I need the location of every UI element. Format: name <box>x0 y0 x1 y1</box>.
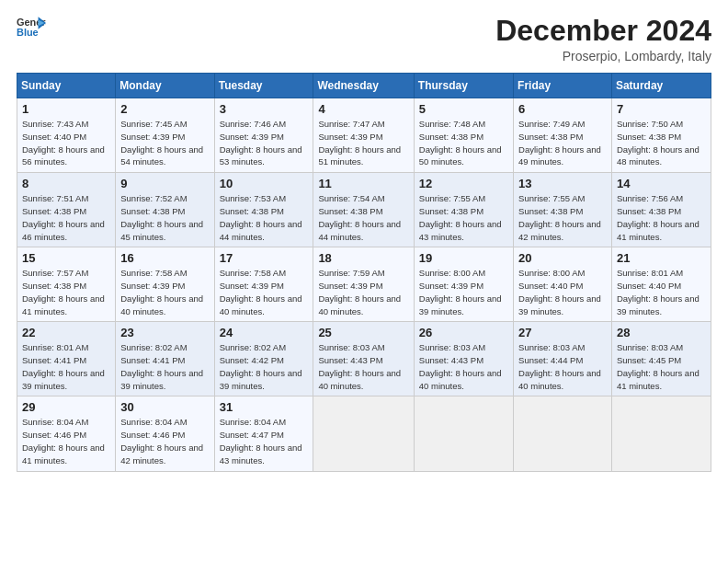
week-row-5: 29Sunrise: 8:04 AMSunset: 4:46 PMDayligh… <box>17 396 711 471</box>
day-info: Sunrise: 8:04 AMSunset: 4:46 PMDaylight:… <box>22 416 110 466</box>
day-info: Sunrise: 7:58 AMSunset: 4:39 PMDaylight:… <box>120 267 209 317</box>
day-cell-31: 31Sunrise: 8:04 AMSunset: 4:47 PMDayligh… <box>214 396 313 471</box>
day-number: 17 <box>220 251 309 265</box>
day-number: 15 <box>22 251 110 265</box>
day-cell-1: 1Sunrise: 7:43 AMSunset: 4:40 PMDaylight… <box>17 98 116 173</box>
day-cell-7: 7Sunrise: 7:50 AMSunset: 4:38 PMDaylight… <box>611 98 711 173</box>
day-cell-17: 17Sunrise: 7:58 AMSunset: 4:39 PMDayligh… <box>214 247 313 322</box>
day-number: 26 <box>419 326 508 339</box>
day-info: Sunrise: 7:54 AMSunset: 4:38 PMDaylight:… <box>318 192 408 243</box>
weekday-header-wednesday: Wednesday <box>313 74 414 98</box>
day-cell-11: 11Sunrise: 7:54 AMSunset: 4:38 PMDayligh… <box>313 173 414 247</box>
day-number: 24 <box>220 326 309 339</box>
day-info: Sunrise: 7:55 AMSunset: 4:38 PMDaylight:… <box>419 192 508 243</box>
day-cell-2: 2Sunrise: 7:45 AMSunset: 4:39 PMDaylight… <box>116 98 214 173</box>
week-row-3: 15Sunrise: 7:57 AMSunset: 4:38 PMDayligh… <box>17 247 711 322</box>
day-cell-25: 25Sunrise: 8:03 AMSunset: 4:43 PMDayligh… <box>313 322 414 396</box>
day-number: 13 <box>518 177 607 190</box>
weekday-header-thursday: Thursday <box>414 74 513 98</box>
day-cell-30: 30Sunrise: 8:04 AMSunset: 4:46 PMDayligh… <box>116 396 214 471</box>
day-info: Sunrise: 7:45 AMSunset: 4:39 PMDaylight:… <box>120 118 209 168</box>
title-block: December 2024 Proserpio, Lombardy, Italy <box>495 15 711 63</box>
weekday-header-monday: Monday <box>116 74 214 98</box>
day-number: 12 <box>419 177 508 190</box>
day-info: Sunrise: 7:59 AMSunset: 4:39 PMDaylight:… <box>318 267 408 317</box>
day-number: 5 <box>419 102 508 116</box>
day-number: 6 <box>518 102 607 116</box>
day-info: Sunrise: 7:56 AMSunset: 4:38 PMDaylight:… <box>617 192 706 243</box>
day-info: Sunrise: 7:58 AMSunset: 4:39 PMDaylight:… <box>220 267 309 317</box>
day-cell-15: 15Sunrise: 7:57 AMSunset: 4:38 PMDayligh… <box>17 247 116 322</box>
day-info: Sunrise: 7:57 AMSunset: 4:38 PMDaylight:… <box>22 267 110 317</box>
day-cell-18: 18Sunrise: 7:59 AMSunset: 4:39 PMDayligh… <box>313 247 414 322</box>
day-info: Sunrise: 7:43 AMSunset: 4:40 PMDaylight:… <box>22 118 110 168</box>
weekday-header-friday: Friday <box>514 74 612 98</box>
day-cell-8: 8Sunrise: 7:51 AMSunset: 4:38 PMDaylight… <box>17 173 116 247</box>
empty-cell <box>611 396 711 471</box>
day-info: Sunrise: 8:02 AMSunset: 4:41 PMDaylight:… <box>120 341 209 392</box>
day-info: Sunrise: 8:02 AMSunset: 4:42 PMDaylight:… <box>220 341 309 392</box>
day-number: 18 <box>318 251 408 265</box>
day-cell-19: 19Sunrise: 8:00 AMSunset: 4:39 PMDayligh… <box>414 247 513 322</box>
day-cell-3: 3Sunrise: 7:46 AMSunset: 4:39 PMDaylight… <box>214 98 313 173</box>
day-cell-22: 22Sunrise: 8:01 AMSunset: 4:41 PMDayligh… <box>17 322 116 396</box>
day-cell-4: 4Sunrise: 7:47 AMSunset: 4:39 PMDaylight… <box>313 98 414 173</box>
day-info: Sunrise: 8:00 AMSunset: 4:39 PMDaylight:… <box>419 267 508 317</box>
day-info: Sunrise: 8:01 AMSunset: 4:41 PMDaylight:… <box>22 341 110 392</box>
day-info: Sunrise: 7:50 AMSunset: 4:38 PMDaylight:… <box>617 118 706 168</box>
logo-icon: General Blue <box>17 15 46 40</box>
day-cell-27: 27Sunrise: 8:03 AMSunset: 4:44 PMDayligh… <box>514 322 612 396</box>
day-cell-20: 20Sunrise: 8:00 AMSunset: 4:40 PMDayligh… <box>514 247 612 322</box>
week-row-4: 22Sunrise: 8:01 AMSunset: 4:41 PMDayligh… <box>17 322 711 396</box>
logo: General Blue <box>17 15 46 40</box>
day-cell-16: 16Sunrise: 7:58 AMSunset: 4:39 PMDayligh… <box>116 247 214 322</box>
day-number: 28 <box>617 326 706 339</box>
day-cell-24: 24Sunrise: 8:02 AMSunset: 4:42 PMDayligh… <box>214 322 313 396</box>
day-info: Sunrise: 7:51 AMSunset: 4:38 PMDaylight:… <box>22 192 110 243</box>
day-cell-10: 10Sunrise: 7:53 AMSunset: 4:38 PMDayligh… <box>214 173 313 247</box>
main-title: December 2024 <box>495 15 711 47</box>
day-number: 8 <box>22 177 110 190</box>
day-info: Sunrise: 7:46 AMSunset: 4:39 PMDaylight:… <box>220 118 309 168</box>
day-info: Sunrise: 8:01 AMSunset: 4:40 PMDaylight:… <box>617 267 706 317</box>
day-info: Sunrise: 8:04 AMSunset: 4:47 PMDaylight:… <box>220 416 309 466</box>
day-cell-26: 26Sunrise: 8:03 AMSunset: 4:43 PMDayligh… <box>414 322 513 396</box>
day-info: Sunrise: 8:03 AMSunset: 4:43 PMDaylight:… <box>318 341 408 392</box>
day-cell-29: 29Sunrise: 8:04 AMSunset: 4:46 PMDayligh… <box>17 396 116 471</box>
day-cell-23: 23Sunrise: 8:02 AMSunset: 4:41 PMDayligh… <box>116 322 214 396</box>
subtitle: Proserpio, Lombardy, Italy <box>495 49 711 63</box>
day-number: 11 <box>318 177 408 190</box>
page: General Blue December 2024 Proserpio, Lo… <box>0 0 728 563</box>
day-info: Sunrise: 7:52 AMSunset: 4:38 PMDaylight:… <box>120 192 209 243</box>
day-cell-12: 12Sunrise: 7:55 AMSunset: 4:38 PMDayligh… <box>414 173 513 247</box>
day-cell-5: 5Sunrise: 7:48 AMSunset: 4:38 PMDaylight… <box>414 98 513 173</box>
day-info: Sunrise: 8:00 AMSunset: 4:40 PMDaylight:… <box>518 267 607 317</box>
day-number: 1 <box>22 102 110 116</box>
day-number: 10 <box>220 177 309 190</box>
day-cell-9: 9Sunrise: 7:52 AMSunset: 4:38 PMDaylight… <box>116 173 214 247</box>
calendar-table: SundayMondayTuesdayWednesdayThursdayFrid… <box>17 73 711 471</box>
day-number: 25 <box>318 326 408 339</box>
day-info: Sunrise: 7:49 AMSunset: 4:38 PMDaylight:… <box>518 118 607 168</box>
day-info: Sunrise: 8:03 AMSunset: 4:44 PMDaylight:… <box>518 341 607 392</box>
day-info: Sunrise: 8:03 AMSunset: 4:43 PMDaylight:… <box>419 341 508 392</box>
empty-cell <box>514 396 612 471</box>
day-info: Sunrise: 7:48 AMSunset: 4:38 PMDaylight:… <box>419 118 508 168</box>
day-info: Sunrise: 7:47 AMSunset: 4:39 PMDaylight:… <box>318 118 408 168</box>
day-number: 3 <box>220 102 309 116</box>
week-row-2: 8Sunrise: 7:51 AMSunset: 4:38 PMDaylight… <box>17 173 711 247</box>
day-number: 31 <box>220 400 309 414</box>
day-info: Sunrise: 8:03 AMSunset: 4:45 PMDaylight:… <box>617 341 706 392</box>
day-cell-14: 14Sunrise: 7:56 AMSunset: 4:38 PMDayligh… <box>611 173 711 247</box>
day-number: 27 <box>518 326 607 339</box>
day-number: 14 <box>617 177 706 190</box>
day-number: 2 <box>120 102 209 116</box>
day-info: Sunrise: 7:53 AMSunset: 4:38 PMDaylight:… <box>220 192 309 243</box>
day-number: 21 <box>617 251 706 265</box>
day-number: 23 <box>120 326 209 339</box>
day-number: 20 <box>518 251 607 265</box>
weekday-header-sunday: Sunday <box>17 74 116 98</box>
day-number: 22 <box>22 326 110 339</box>
day-cell-13: 13Sunrise: 7:55 AMSunset: 4:38 PMDayligh… <box>514 173 612 247</box>
day-cell-21: 21Sunrise: 8:01 AMSunset: 4:40 PMDayligh… <box>611 247 711 322</box>
